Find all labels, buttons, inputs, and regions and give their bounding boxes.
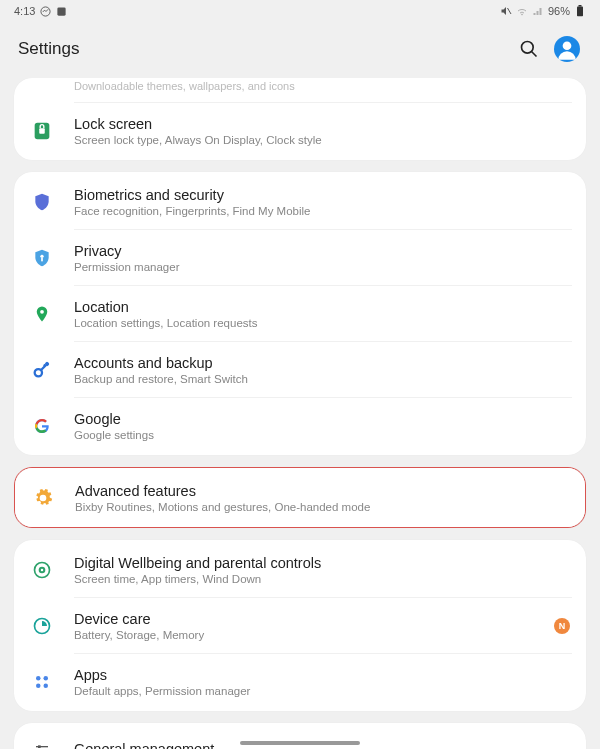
key-icon bbox=[30, 358, 54, 382]
svg-point-17 bbox=[41, 569, 44, 572]
gear-icon bbox=[31, 486, 55, 510]
settings-row-general[interactable]: General management bbox=[14, 725, 586, 749]
mute-icon bbox=[500, 5, 512, 17]
row-subtitle: Battery, Storage, Memory bbox=[74, 629, 554, 641]
row-title: Google bbox=[74, 411, 570, 427]
svg-point-14 bbox=[35, 369, 42, 376]
signal-icon bbox=[532, 5, 544, 17]
svg-line-2 bbox=[507, 8, 511, 14]
battery-icon bbox=[574, 5, 586, 17]
row-subtitle: Backup and restore, Smart Switch bbox=[74, 373, 570, 385]
row-subtitle: Google settings bbox=[74, 429, 570, 441]
google-icon bbox=[30, 414, 54, 438]
svg-point-11 bbox=[40, 255, 43, 258]
settings-card: Biometrics and securityFace recognition,… bbox=[14, 172, 586, 455]
settings-card: Digital Wellbeing and parental controlsS… bbox=[14, 540, 586, 711]
search-button[interactable] bbox=[514, 34, 544, 64]
row-title: Privacy bbox=[74, 243, 570, 259]
status-time: 4:13 bbox=[14, 5, 35, 17]
row-subtitle: Bixby Routines, Motions and gestures, On… bbox=[75, 501, 569, 513]
settings-row-advanced[interactable]: Advanced featuresBixby Routines, Motions… bbox=[15, 470, 585, 525]
settings-row-location[interactable]: LocationLocation settings, Location requ… bbox=[14, 286, 586, 341]
settings-row-wellbeing[interactable]: Digital Wellbeing and parental controlsS… bbox=[14, 542, 586, 597]
svg-point-5 bbox=[522, 42, 534, 54]
settings-card: Advanced featuresBixby Routines, Motions… bbox=[15, 468, 585, 527]
settings-row-device[interactable]: Device careBattery, Storage, MemoryN bbox=[14, 598, 586, 653]
sliders-icon bbox=[30, 738, 54, 749]
row-subtitle: Location settings, Location requests bbox=[74, 317, 570, 329]
svg-point-8 bbox=[563, 41, 572, 50]
row-subtitle: Face recognition, Fingerprints, Find My … bbox=[74, 205, 570, 217]
account-icon bbox=[554, 36, 580, 62]
settings-row-bio[interactable]: Biometrics and securityFace recognition,… bbox=[14, 174, 586, 229]
svg-point-19 bbox=[36, 676, 41, 681]
settings-row-privacy[interactable]: PrivacyPermission manager bbox=[14, 230, 586, 285]
svg-point-21 bbox=[36, 684, 41, 689]
row-title: Digital Wellbeing and parental controls bbox=[74, 555, 570, 571]
svg-rect-10 bbox=[39, 128, 45, 134]
highlighted-card: Advanced featuresBixby Routines, Motions… bbox=[14, 467, 586, 528]
app-header: Settings bbox=[0, 22, 600, 78]
row-title: Location bbox=[74, 299, 570, 315]
settings-row-apps[interactable]: AppsDefault apps, Permission manager bbox=[14, 654, 586, 709]
messenger-icon bbox=[39, 5, 51, 17]
search-icon bbox=[519, 39, 539, 59]
notification-badge: N bbox=[554, 618, 570, 634]
svg-rect-4 bbox=[579, 5, 582, 7]
app-icon bbox=[55, 5, 67, 17]
row-title: Device care bbox=[74, 611, 554, 627]
row-subtitle: Permission manager bbox=[74, 261, 570, 273]
privacy-icon bbox=[30, 246, 54, 270]
row-title: Accounts and backup bbox=[74, 355, 570, 371]
account-button[interactable] bbox=[552, 34, 582, 64]
settings-card: General management bbox=[14, 723, 586, 749]
status-bar: 4:13 96% bbox=[0, 0, 600, 22]
shield-icon bbox=[30, 190, 54, 214]
row-subtitle: Screen time, App timers, Wind Down bbox=[74, 573, 570, 585]
lock-icon bbox=[30, 119, 54, 143]
apps-icon bbox=[30, 670, 54, 694]
settings-row-accounts[interactable]: Accounts and backupBackup and restore, S… bbox=[14, 342, 586, 397]
settings-row-lock[interactable]: Lock screenScreen lock type, Always On D… bbox=[14, 103, 586, 158]
svg-rect-12 bbox=[41, 258, 43, 261]
location-icon bbox=[30, 302, 54, 326]
svg-point-13 bbox=[40, 310, 44, 314]
wifi-icon bbox=[516, 5, 528, 17]
svg-point-20 bbox=[44, 676, 49, 681]
row-subtitle: Screen lock type, Always On Display, Clo… bbox=[74, 134, 570, 146]
row-subtitle: Default apps, Permission manager bbox=[74, 685, 570, 697]
nav-handle[interactable] bbox=[240, 741, 360, 745]
row-title: Apps bbox=[74, 667, 570, 683]
row-title: Biometrics and security bbox=[74, 187, 570, 203]
settings-row-google[interactable]: GoogleGoogle settings bbox=[14, 398, 586, 453]
row-title: Advanced features bbox=[75, 483, 569, 499]
page-title: Settings bbox=[18, 39, 79, 59]
devicecare-icon bbox=[30, 614, 54, 638]
svg-rect-3 bbox=[577, 7, 583, 17]
svg-line-6 bbox=[532, 52, 537, 57]
svg-rect-25 bbox=[38, 745, 41, 748]
svg-point-22 bbox=[44, 684, 49, 689]
settings-card: Downloadable themes, wallpapers, and ico… bbox=[14, 78, 586, 160]
truncated-prev-row: Downloadable themes, wallpapers, and ico… bbox=[14, 80, 586, 102]
wellbeing-icon bbox=[30, 558, 54, 582]
row-title: Lock screen bbox=[74, 116, 570, 132]
battery-pct: 96% bbox=[548, 5, 570, 17]
svg-rect-1 bbox=[57, 7, 65, 15]
